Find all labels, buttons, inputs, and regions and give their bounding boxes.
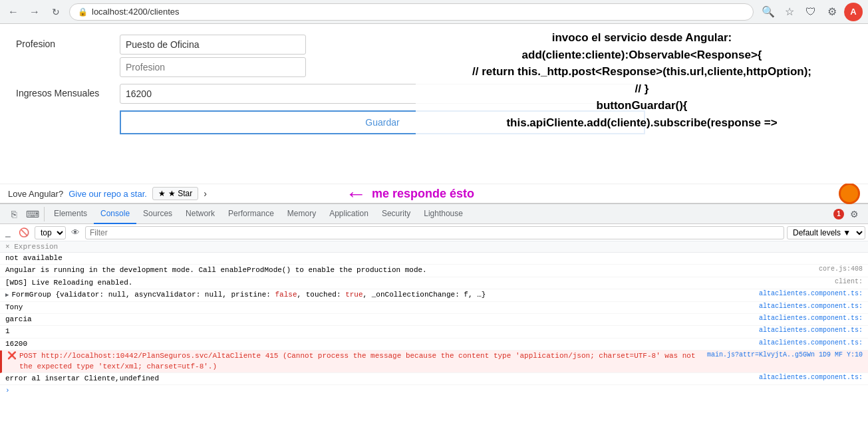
bottom-annotation-text: me responde ésto: [372, 187, 474, 201]
expression-header: × Expression: [0, 241, 868, 253]
tab-application[interactable]: Application: [323, 204, 375, 224]
tab-performance[interactable]: Performance: [221, 204, 281, 224]
console-line-garcia: garcia altaclientes.component.ts:: [0, 314, 868, 326]
forward-button[interactable]: →: [27, 4, 43, 20]
left-arrow-icon: ←: [345, 182, 366, 206]
tab-sources[interactable]: Sources: [136, 204, 179, 224]
guardar-container: Guardar: [16, 110, 852, 134]
error-badge: 1: [833, 209, 844, 219]
zoom-button[interactable]: 🔍: [759, 3, 778, 21]
devtools-right-icons: 1 ⚙: [833, 207, 865, 221]
address-bar[interactable]: 🔒 localhost:4200/clientes: [69, 3, 754, 21]
ingresos-input[interactable]: [120, 84, 645, 104]
console-line-formgroup: FormGroup {validator: null, asyncValidat…: [0, 289, 868, 301]
bookmark-button[interactable]: ☆: [780, 3, 799, 21]
console-line-post-error: ❌ POST http://localhost:10442/PlanSeguro…: [0, 351, 868, 373]
star-button[interactable]: ★ ★ Star: [152, 187, 198, 200]
profesion-label: Profesion: [16, 35, 109, 49]
profesion-row: Profesion: [16, 35, 852, 77]
devtools-device-button[interactable]: ⌨: [25, 207, 40, 221]
console-output[interactable]: × Expression not available Angular is ru…: [0, 241, 868, 421]
devtools-inspect-button[interactable]: ⎘: [7, 207, 21, 221]
context-select[interactable]: top: [35, 226, 66, 239]
filter-input[interactable]: [85, 226, 784, 239]
ingresos-row: Ingresos Mensuales: [16, 84, 852, 104]
tab-console[interactable]: Console: [94, 204, 136, 224]
tab-network[interactable]: Network: [179, 204, 221, 224]
clear-console-button[interactable]: ⎯: [3, 226, 13, 239]
devtools-panel: ⎘ ⌨ Elements Console Sources Network Per…: [0, 204, 868, 421]
devtools-left-icons: ⎘ ⌨: [3, 207, 45, 221]
star-icon: ★: [158, 189, 166, 198]
console-toolbar: ⎯ 🚫 top 👁 Default levels ▼: [0, 224, 868, 241]
devtools-settings-button[interactable]: ⚙: [847, 207, 861, 221]
reload-button[interactable]: ↻: [48, 4, 64, 20]
shield-button[interactable]: 🛡: [801, 3, 820, 21]
chrome-actions: 🔍 ☆ 🛡 ⚙ A: [759, 3, 863, 21]
console-prompt[interactable]: ›: [0, 385, 868, 396]
console-line-16200: 16200 altaclientes.component.ts:: [0, 339, 868, 351]
filter-toggle-button[interactable]: 🚫: [16, 226, 32, 239]
give-star-link[interactable]: Give our repo a star.: [69, 189, 147, 199]
chevron-right-button[interactable]: ›: [204, 188, 207, 199]
console-line: Angular is running in the development mo…: [0, 265, 868, 277]
page-content: Profesion Ingresos Mensuales Guardar inv…: [0, 24, 868, 184]
ingresos-label: Ingresos Mensuales: [16, 84, 109, 98]
bottom-annotation: ← me responde ésto: [345, 182, 474, 206]
console-line: not available: [0, 253, 868, 265]
back-button[interactable]: ←: [5, 4, 21, 20]
eye-button[interactable]: 👁: [69, 226, 82, 239]
tab-security[interactable]: Security: [375, 204, 417, 224]
guardar-button[interactable]: Guardar: [120, 110, 645, 134]
browser-chrome: ← → ↻ 🔒 localhost:4200/clientes 🔍 ☆ 🛡 ⚙ …: [0, 0, 868, 24]
orange-circle[interactable]: [839, 183, 860, 204]
extension-button[interactable]: ⚙: [823, 3, 841, 21]
devtools-tabs-row: ⎘ ⌨ Elements Console Sources Network Per…: [0, 204, 868, 224]
console-line-1: 1 altaclientes.component.ts:: [0, 326, 868, 338]
level-select[interactable]: Default levels ▼: [787, 226, 865, 239]
love-angular-bar: Love Angular? Give our repo a star. ★ ★ …: [0, 184, 868, 204]
console-line-tony: Tony altaclientes.component.ts:: [0, 302, 868, 314]
profesion-placeholder-input[interactable]: [120, 57, 306, 77]
star-label: ★ Star: [168, 189, 192, 198]
prompt-caret-icon: ›: [5, 386, 10, 394]
user-avatar[interactable]: A: [844, 3, 863, 21]
console-line: [WDS] Live Reloading enabled. client:: [0, 277, 868, 289]
tab-memory[interactable]: Memory: [281, 204, 323, 224]
tab-lighthouse[interactable]: Lighthouse: [417, 204, 470, 224]
profesion-input[interactable]: [120, 35, 306, 55]
url-text: localhost:4200/clientes: [92, 7, 180, 17]
love-text: Love Angular?: [8, 189, 63, 199]
tab-elements[interactable]: Elements: [47, 204, 94, 224]
console-line-error-insertar: error al insertar Cliente,undefined alta…: [0, 373, 868, 385]
profesion-inputs: [120, 35, 306, 77]
lock-icon: 🔒: [78, 7, 88, 17]
